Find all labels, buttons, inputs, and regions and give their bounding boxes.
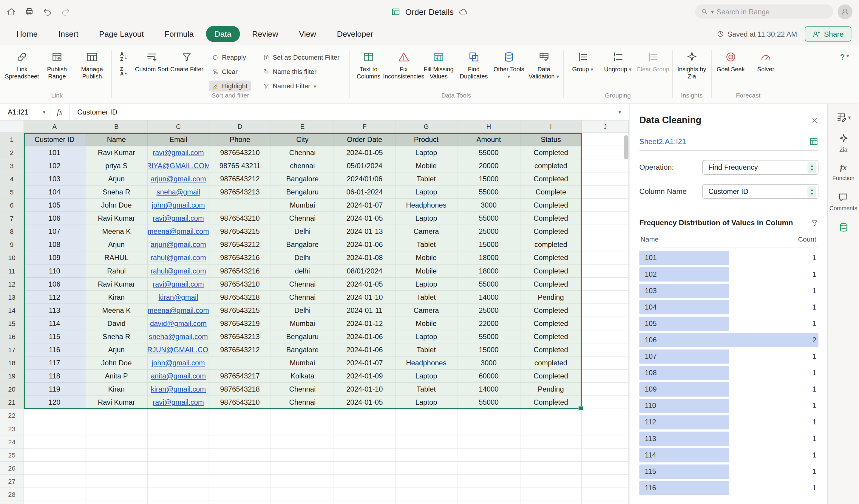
row-header-22[interactable]: 22 bbox=[0, 409, 24, 422]
tab-page-layout[interactable]: Page Layout bbox=[90, 26, 152, 42]
cell-J14[interactable] bbox=[582, 304, 629, 317]
cell-I20[interactable]: Pending bbox=[521, 383, 582, 396]
cell-A18[interactable]: 117 bbox=[24, 357, 86, 370]
cell-F10[interactable]: 2024-01-08 bbox=[334, 251, 395, 264]
cell-D20[interactable]: 9876543218 bbox=[209, 383, 271, 396]
cell-E7[interactable]: Chennai bbox=[271, 212, 334, 225]
frequency-row-108[interactable]: 1081 bbox=[639, 365, 818, 381]
print-icon[interactable] bbox=[25, 7, 34, 16]
cell-D17[interactable]: 9876543212 bbox=[209, 343, 271, 357]
cell-E14[interactable]: Delhi bbox=[271, 304, 334, 317]
cell-H15[interactable]: 22000 bbox=[457, 317, 521, 330]
cell-D10[interactable]: 9876543216 bbox=[209, 251, 271, 264]
cell-A25[interactable] bbox=[24, 448, 86, 462]
row-header-2[interactable]: 2 bbox=[0, 146, 24, 159]
tab-formula[interactable]: Formula bbox=[156, 26, 202, 42]
cell-F14[interactable]: 2024-01-11 bbox=[334, 304, 395, 317]
cell-E10[interactable]: Delhi bbox=[271, 251, 334, 264]
column-header-B[interactable]: B bbox=[86, 121, 148, 133]
cell-I8[interactable]: Completed bbox=[521, 225, 582, 238]
cell-D5[interactable]: 9876543213 bbox=[209, 186, 271, 199]
cell-C6[interactable]: john@gmail.com bbox=[148, 199, 209, 212]
cell-C8[interactable]: meena@gmail.com bbox=[148, 225, 209, 238]
cell-H8[interactable]: 25000 bbox=[457, 225, 521, 238]
search-box[interactable]: ▾ bbox=[695, 4, 833, 19]
cell-C24[interactable] bbox=[148, 436, 209, 448]
cell-F16[interactable]: 2024-01-06 bbox=[334, 331, 395, 343]
cell-J1[interactable] bbox=[582, 133, 629, 146]
cell-G12[interactable]: Laptop bbox=[395, 278, 457, 291]
cell-H16[interactable]: 55000 bbox=[457, 331, 521, 343]
cell-B17[interactable]: Arjun bbox=[86, 343, 148, 357]
cell-F19[interactable]: 2024-01-09 bbox=[334, 370, 395, 383]
cell-I9[interactable]: completed bbox=[521, 238, 582, 251]
cell-H5[interactable]: 55000 bbox=[457, 186, 521, 199]
cell-J19[interactable] bbox=[582, 370, 629, 383]
cell-J2[interactable] bbox=[582, 146, 629, 159]
cell-A13[interactable]: 112 bbox=[24, 291, 86, 304]
cell-I11[interactable]: Completed bbox=[521, 264, 582, 278]
cell-E15[interactable]: Mumbai bbox=[271, 317, 334, 330]
cell-H4[interactable]: 15000 bbox=[457, 173, 521, 186]
row-header-7[interactable]: 7 bbox=[0, 212, 24, 225]
cell-D3[interactable]: 98765 43211 bbox=[209, 159, 271, 172]
cell-D13[interactable]: 9876543218 bbox=[209, 291, 271, 304]
column-header-F[interactable]: F bbox=[334, 121, 395, 133]
cell-H11[interactable]: 18000 bbox=[457, 264, 521, 278]
cell-F15[interactable]: 2024-01-12 bbox=[334, 317, 395, 330]
cell-A17[interactable]: 116 bbox=[24, 343, 86, 357]
cell-E6[interactable]: Mumbai bbox=[271, 199, 334, 212]
cell-D12[interactable]: 9876543210 bbox=[209, 278, 271, 291]
other-tools-button[interactable]: Other Tools ▾ bbox=[491, 45, 526, 80]
cell-J17[interactable] bbox=[582, 343, 629, 357]
cell-D6[interactable] bbox=[209, 199, 271, 212]
cell-I25[interactable] bbox=[521, 448, 582, 462]
cell-C19[interactable]: anita@gmail.com bbox=[148, 370, 209, 383]
row-header-13[interactable]: 13 bbox=[0, 291, 24, 304]
row-header-27[interactable]: 27 bbox=[0, 475, 24, 488]
manage-publish-button[interactable]: Manage Publish bbox=[75, 45, 110, 80]
cell-F7[interactable]: 2024-01-05 bbox=[334, 212, 395, 225]
cell-G19[interactable]: Laptop bbox=[395, 370, 457, 383]
email-link[interactable]: meena@gmail.com bbox=[148, 227, 209, 235]
frequency-row-102[interactable]: 1021 bbox=[639, 266, 818, 283]
cell-F20[interactable]: 2024-01-10 bbox=[334, 383, 395, 396]
cell-G11[interactable]: Mobile bbox=[395, 264, 457, 278]
cell-D26[interactable] bbox=[209, 462, 271, 475]
cell-A27[interactable] bbox=[24, 475, 86, 488]
cell-G21[interactable]: Laptop bbox=[395, 396, 457, 409]
cell-A3[interactable]: 102 bbox=[24, 159, 86, 172]
cell-F17[interactable]: 2024-01-06 bbox=[334, 343, 395, 357]
cell-I2[interactable]: Completed bbox=[521, 146, 582, 159]
cell-C11[interactable]: rahul@gmail.com bbox=[148, 264, 209, 278]
cell-I21[interactable]: Completed bbox=[521, 396, 582, 409]
cell-G4[interactable]: Tablet bbox=[395, 173, 457, 186]
vertical-scrollbar[interactable] bbox=[624, 134, 629, 501]
cell-B11[interactable]: Rahul bbox=[86, 264, 148, 278]
cell-G7[interactable]: Laptop bbox=[395, 212, 457, 225]
cell-E26[interactable] bbox=[271, 462, 334, 475]
cell-C22[interactable] bbox=[148, 409, 209, 422]
cell-C23[interactable] bbox=[148, 422, 209, 436]
email-link[interactable]: david@gmail.com bbox=[150, 319, 207, 328]
cell-I18[interactable]: completed bbox=[521, 357, 582, 370]
cell-E17[interactable]: Bangalore bbox=[271, 343, 334, 357]
cell-C20[interactable]: kiran@gmail.com bbox=[148, 383, 209, 396]
frequency-row-106[interactable]: 1062 bbox=[639, 332, 818, 348]
cell-A7[interactable]: 106 bbox=[24, 212, 86, 225]
cell-A2[interactable]: 101 bbox=[24, 146, 86, 159]
cell-J7[interactable] bbox=[582, 212, 629, 225]
cell-D15[interactable]: 9876543219 bbox=[209, 317, 271, 330]
cell-B25[interactable] bbox=[86, 448, 148, 462]
cell-I22[interactable] bbox=[521, 409, 582, 422]
cell-J21[interactable] bbox=[582, 396, 629, 409]
cell-J15[interactable] bbox=[582, 317, 629, 330]
cell-A28[interactable] bbox=[24, 488, 86, 501]
cell-E11[interactable]: delhi bbox=[271, 264, 334, 278]
cell-A26[interactable] bbox=[24, 462, 86, 475]
cell-D27[interactable] bbox=[209, 475, 271, 488]
cell-J29[interactable] bbox=[582, 501, 629, 504]
row-header-20[interactable]: 20 bbox=[0, 383, 24, 396]
cell-I6[interactable]: Completed bbox=[521, 199, 582, 212]
cell-C2[interactable]: ravi@gmail.com bbox=[148, 146, 209, 159]
